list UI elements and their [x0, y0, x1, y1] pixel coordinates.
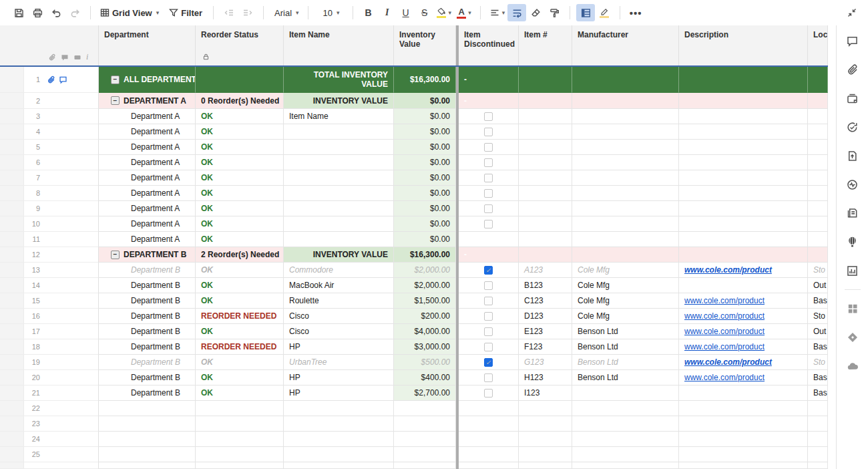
cell-loc[interactable]	[808, 124, 828, 140]
row-number[interactable]: 9	[24, 204, 40, 212]
cell-dep[interactable]	[99, 447, 196, 462]
cell-val[interactable]	[394, 447, 456, 462]
cell-no[interactable]	[519, 155, 572, 170]
cell-ro[interactable]: OK	[196, 186, 284, 201]
row-number[interactable]: 24	[24, 435, 40, 443]
cell-desc[interactable]	[679, 401, 808, 416]
cell-loc[interactable]: Bas	[808, 370, 828, 385]
highlight-button[interactable]	[595, 4, 614, 21]
cell-no[interactable]	[519, 140, 572, 155]
cell-val[interactable]: $0.00	[394, 155, 456, 170]
row-header[interactable]: 15	[0, 293, 99, 309]
filter-button[interactable]: Filter	[166, 4, 207, 21]
description-link[interactable]: www.cole.com/product	[684, 296, 765, 305]
cell-loc[interactable]: Out	[808, 278, 828, 293]
summary-icon[interactable]	[841, 202, 864, 224]
collapse-row-icon[interactable]: −	[111, 96, 120, 105]
cell-val[interactable]: $500.00	[394, 355, 456, 370]
cell-val[interactable]: $0.00	[394, 140, 456, 155]
cell-loc[interactable]	[808, 401, 828, 416]
cell-mfr[interactable]	[572, 232, 679, 247]
row-header[interactable]: 10	[0, 216, 99, 232]
row-header[interactable]: 20	[0, 370, 99, 385]
row-number[interactable]: 12	[24, 251, 40, 259]
cell-dep[interactable]: Department B	[99, 263, 196, 278]
row-header[interactable]: 25	[0, 447, 99, 462]
row-header[interactable]: 22	[0, 401, 99, 416]
cell-mfr[interactable]	[572, 124, 679, 140]
cell-dis[interactable]	[459, 124, 519, 140]
row-header[interactable]: 13	[0, 263, 99, 278]
activity-log-icon[interactable]	[841, 173, 864, 196]
checkbox-unchecked[interactable]	[484, 128, 493, 136]
cell-val[interactable]: $0.00	[394, 216, 456, 232]
cell-dep[interactable]	[99, 416, 196, 432]
attachment-icon[interactable]	[48, 53, 56, 61]
cell-loc[interactable]	[808, 247, 828, 263]
row-header[interactable]	[0, 462, 99, 469]
checkbox-unchecked[interactable]	[484, 373, 493, 382]
row-number[interactable]: 17	[24, 327, 40, 335]
row-number[interactable]: 18	[24, 343, 40, 351]
row-header[interactable]: 11	[0, 232, 99, 247]
cell-mfr[interactable]	[572, 170, 679, 186]
cell-mfr[interactable]	[572, 385, 679, 401]
cell-val[interactable]: $4,000.00	[394, 324, 456, 339]
cell-mfr[interactable]	[572, 186, 679, 201]
cell-desc[interactable]	[679, 278, 808, 293]
cell-val[interactable]: $2,000.00	[394, 263, 456, 278]
column-header-it[interactable]: Item Name	[284, 25, 394, 65]
cell-it[interactable]	[284, 432, 394, 447]
column-header-dis[interactable]: Item Discontinued	[459, 25, 519, 65]
cell-val[interactable]: $3,000.00	[394, 339, 456, 355]
checkbox-unchecked[interactable]	[484, 327, 493, 336]
cell-ro[interactable]: OK	[196, 355, 284, 370]
cell-mfr[interactable]	[572, 401, 679, 416]
cell-dep[interactable]: Department A	[99, 124, 196, 140]
cell-it[interactable]: Cisco	[284, 324, 394, 339]
cell-desc[interactable]	[679, 447, 808, 462]
collapse-row-icon[interactable]: −	[111, 251, 120, 259]
cell-it[interactable]	[284, 170, 394, 186]
cell-no[interactable]: C123	[519, 293, 572, 309]
row-number[interactable]: 21	[24, 389, 40, 397]
cell-desc[interactable]	[679, 385, 808, 401]
cell-it[interactable]	[284, 216, 394, 232]
cell-dis[interactable]	[459, 170, 519, 186]
row-header[interactable]: 16	[0, 309, 99, 324]
cell-val[interactable]: $0.00	[394, 232, 456, 247]
cell-ro[interactable]: OK	[196, 232, 284, 247]
grid-view-selector[interactable]: Grid View ▾	[97, 4, 162, 21]
row-header[interactable]: 1	[0, 67, 99, 93]
row-number[interactable]: 20	[24, 373, 40, 381]
cell-ro[interactable]: OK	[196, 370, 284, 385]
cell-ro[interactable]: OK	[196, 201, 284, 216]
cell-ro[interactable]: REORDER NEEDED	[196, 339, 284, 355]
column-header-loc[interactable]: Location	[808, 25, 828, 65]
row-number[interactable]: 2	[24, 97, 40, 105]
cell-no[interactable]	[519, 109, 572, 124]
row-number[interactable]: 10	[24, 220, 40, 228]
row-header[interactable]: 3	[0, 109, 99, 124]
cell-mfr[interactable]	[572, 67, 679, 93]
cell-dep[interactable]: Department A	[99, 140, 196, 155]
cell-no[interactable]	[519, 124, 572, 140]
underline-button[interactable]: U	[397, 4, 415, 21]
cell-ro[interactable]	[196, 416, 284, 432]
row-header[interactable]: 19	[0, 355, 99, 370]
cell-desc[interactable]	[679, 140, 808, 155]
format-painter-button[interactable]	[545, 4, 564, 21]
row-number[interactable]: 22	[24, 404, 40, 412]
cell-ro[interactable]: OK	[196, 170, 284, 186]
apps-icon[interactable]	[841, 297, 864, 320]
cell-dis[interactable]	[459, 432, 519, 447]
cell-ro[interactable]: OK	[196, 293, 284, 309]
cell-it[interactable]: INVENTORY VALUE	[284, 93, 394, 109]
cell-dep[interactable]: Department A	[99, 201, 196, 216]
cell-mfr[interactable]	[572, 155, 679, 170]
cell-dis[interactable]	[459, 232, 519, 247]
cell-ro[interactable]	[196, 462, 284, 469]
checkbox-unchecked[interactable]	[484, 312, 493, 321]
cell-ro[interactable]: REORDER NEEDED	[196, 309, 284, 324]
cell-no[interactable]	[519, 170, 572, 186]
